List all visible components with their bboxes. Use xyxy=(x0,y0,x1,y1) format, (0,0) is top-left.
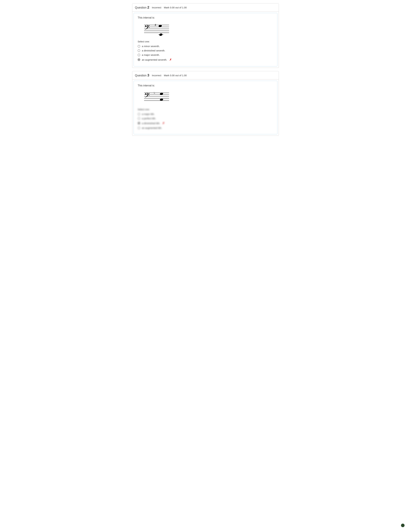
question-3-staff-svg: 𝄢 ♭ xyxy=(138,90,170,104)
question-2-options: a minor seventh. a diminished seventh. a… xyxy=(138,45,273,61)
question-3-blurred-section: Select one: a major 6th. a perfect 6th. … xyxy=(138,108,273,129)
svg-text:♭: ♭ xyxy=(154,91,155,95)
question-2-option-3[interactable]: a major seventh. xyxy=(138,54,273,56)
radio-q2-4[interactable] xyxy=(138,58,140,61)
option-label: a major seventh. xyxy=(142,54,160,56)
question-2-title: Question 2 xyxy=(135,5,149,10)
question-3-title: Question 3 xyxy=(135,73,149,77)
question-3-block: Question 3 Incorrect Mark 0.00 out of 1.… xyxy=(132,71,279,136)
radio-q3-4[interactable] xyxy=(138,127,140,129)
question-2-status: Incorrect xyxy=(152,6,161,9)
question-3-options: a major 6th. a perfect 6th. a diminished… xyxy=(138,113,273,129)
question-2-option-1[interactable]: a minor seventh. xyxy=(138,45,273,48)
svg-point-9 xyxy=(159,33,163,36)
radio-q3-3[interactable] xyxy=(138,122,140,124)
svg-text:𝄢: 𝄢 xyxy=(144,92,150,101)
option-label: a major 6th. xyxy=(142,113,155,115)
question-3-prompt: This interval is: xyxy=(138,84,273,87)
svg-text:𝄢: 𝄢 xyxy=(144,24,150,33)
question-2-option-2[interactable]: a diminished seventh. xyxy=(138,49,273,52)
question-3-select-label: Select one: xyxy=(138,108,273,111)
option-label: a diminished 6th. xyxy=(142,122,160,125)
wrong-mark-q2: ✗ xyxy=(169,58,172,61)
option-label: a perfect 6th. xyxy=(142,117,156,120)
wrong-mark-q3: ✗ xyxy=(162,121,165,125)
question-3-mark: Mark 0.00 out of 1.00 xyxy=(164,74,187,77)
question-3-header: Question 3 Incorrect Mark 0.00 out of 1.… xyxy=(132,71,279,79)
question-2-block: Question 2 Incorrect Mark 0.00 out of 1.… xyxy=(132,3,279,68)
question-3-option-4[interactable]: an augmented 6th. xyxy=(138,127,273,129)
option-label: a diminished seventh. xyxy=(142,49,165,52)
question-2-option-4[interactable]: an augmented seventh. ✗ xyxy=(138,58,273,61)
radio-q3-1[interactable] xyxy=(138,113,140,115)
question-2-header: Question 2 Incorrect Mark 0.00 out of 1.… xyxy=(132,3,279,12)
question-2-prompt: This interval is: xyxy=(138,16,273,19)
question-2-notation: 𝄢 ♯ xyxy=(138,22,170,36)
question-2-body: This interval is: 𝄢 ♯ xyxy=(134,13,277,66)
question-3-option-1[interactable]: a major 6th. xyxy=(138,113,273,115)
question-2-mark: Mark 0.00 out of 1.00 xyxy=(164,6,187,9)
option-label: an augmented seventh. xyxy=(142,58,167,61)
question-3-option-2[interactable]: a perfect 6th. xyxy=(138,117,273,120)
question-3-option-3[interactable]: a diminished 6th. ✗ xyxy=(138,121,273,125)
option-label: a minor seventh. xyxy=(142,45,160,48)
question-3-body: This interval is: 𝄢 ♭ Se xyxy=(134,81,277,134)
radio-q2-2[interactable] xyxy=(138,49,140,52)
question-2-staff-svg: 𝄢 ♯ xyxy=(138,22,170,36)
svg-text:♯: ♯ xyxy=(155,23,156,27)
radio-q2-3[interactable] xyxy=(138,54,140,56)
radio-q2-1[interactable] xyxy=(138,45,140,48)
radio-q3-2[interactable] xyxy=(138,117,140,120)
question-2-select-label: Select one: xyxy=(138,40,273,43)
question-3-status: Incorrect xyxy=(152,74,161,77)
option-label: an augmented 6th. xyxy=(142,127,162,129)
question-3-notation: 𝄢 ♭ xyxy=(138,90,170,104)
